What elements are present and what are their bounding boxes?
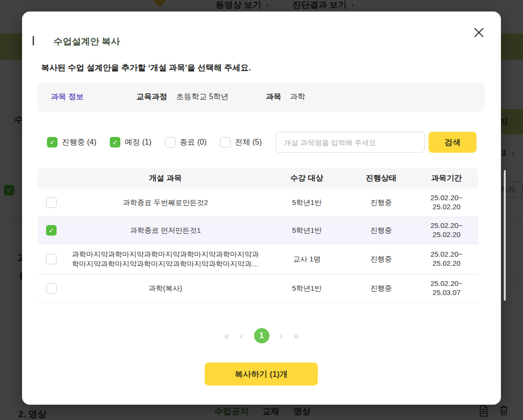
last-page-button[interactable]: »: [293, 331, 299, 341]
checkbox-checked[interactable]: ✓: [47, 137, 58, 148]
curriculum-value: 초등학교 5학년: [176, 92, 228, 102]
row-checkbox-unchecked[interactable]: [46, 283, 57, 294]
status-filter-row: ✓ 진행중 (4) ✓ 예정 (1) 종료 (0) 전체 (5): [47, 132, 275, 153]
course-name: 과학종료 두번째로만든것2: [65, 198, 266, 207]
close-icon: [474, 27, 484, 38]
course-name: 과학마지막과학마지막과학마지막과학마지막과학마지막과학마지막과학마지막과학마지막…: [65, 250, 266, 269]
checkbox-unchecked[interactable]: [220, 137, 231, 148]
course-period: 25.02.20~ 25.02.20: [415, 221, 478, 239]
curriculum-label: 교육과정: [136, 92, 167, 102]
course-status: 진행중: [348, 255, 415, 264]
filter-label: 예정 (1): [125, 137, 151, 148]
table-row[interactable]: 과학종료 두번째로만든것2 5학년1반 진행중 25.02.20~ 25.02.…: [38, 189, 478, 217]
subject-label: 과목: [266, 92, 281, 102]
filter-label: 전체 (5): [235, 137, 262, 148]
course-target: 5학년1반: [266, 198, 348, 207]
header-period: 과목기간: [415, 173, 478, 183]
course-status: 진행중: [348, 226, 415, 235]
filter-all[interactable]: 전체 (5): [220, 137, 262, 148]
checkbox-checked[interactable]: ✓: [110, 137, 120, 148]
instruction-text: 복사된 수업 설계안을 추가할 ‘개설 과목'을 선택해 주세요.: [41, 62, 251, 73]
filter-label: 진행중 (4): [62, 137, 96, 148]
header-status: 진행상태: [348, 173, 415, 183]
row-checkbox-checked[interactable]: ✓: [46, 225, 57, 236]
table-header: 개설 과목 수강 대상 진행상태 과목기간: [38, 168, 478, 189]
row-checkbox-unchecked[interactable]: [46, 197, 57, 208]
pagination: « ‹ 1 › »: [22, 328, 501, 343]
course-status: 진행중: [348, 198, 415, 207]
course-table: 개설 과목 수강 대상 진행상태 과목기간 과학종료 두번째로만든것2 5학년1…: [38, 168, 478, 303]
subject-info-box: 과목 정보 교육과정 초등학교 5학년 과목 과학: [38, 82, 485, 112]
course-status: 진행중: [348, 284, 415, 293]
title-accent-bar: [33, 36, 34, 45]
prev-page-button[interactable]: ‹: [240, 331, 244, 341]
course-period: 25.02.20~ 25.02.20: [415, 193, 478, 212]
current-page[interactable]: 1: [254, 328, 269, 343]
course-period: 25.02.20~ 25.03.07: [415, 279, 478, 297]
next-page-button[interactable]: ›: [280, 331, 283, 341]
subject-value: 과학: [290, 92, 305, 102]
filter-in-progress[interactable]: ✓ 진행중 (4): [47, 137, 96, 148]
first-page-button[interactable]: «: [224, 331, 230, 341]
modal-title: 수업설계안 복사: [54, 35, 120, 48]
header-target: 수강 대상: [266, 173, 348, 183]
header-course: 개설 과목: [65, 173, 266, 183]
close-button[interactable]: [470, 24, 488, 41]
course-name: 과학(복사): [65, 284, 266, 293]
subject-info-label: 과목 정보: [51, 92, 83, 102]
course-name: 과학종료 먼저만든것1: [65, 226, 266, 235]
row-checkbox-unchecked[interactable]: [46, 254, 57, 264]
table-row[interactable]: 과학마지막과학마지막과학마지막과학마지막과학마지막과학마지막과학마지막과학마지막…: [38, 244, 478, 274]
copy-lesson-plan-modal: 수업설계안 복사 복사된 수업 설계안을 추가할 ‘개설 과목'을 선택해 주세…: [22, 11, 501, 405]
course-period: 25.02.20~ 25.02.20: [415, 250, 478, 268]
course-target: 5학년1반: [266, 284, 348, 293]
checkbox-unchecked[interactable]: [165, 137, 175, 148]
table-row-selected[interactable]: ✓ 과학종료 먼저만든것1 5학년1반 진행중 25.02.20~ 25.02.…: [38, 217, 478, 244]
search-button[interactable]: 검색: [429, 132, 477, 153]
filter-ended[interactable]: 종료 (0): [165, 137, 207, 148]
table-scrollbar[interactable]: [504, 170, 506, 301]
search-input[interactable]: [276, 132, 425, 153]
table-row[interactable]: 과학(복사) 5학년1반 진행중 25.02.20~ 25.03.07: [38, 274, 478, 303]
course-target: 교사 1명: [266, 255, 348, 264]
copy-confirm-button[interactable]: 복사하기 (1)개: [205, 363, 318, 386]
filter-scheduled[interactable]: ✓ 예정 (1): [110, 137, 151, 148]
course-target: 5학년1반: [266, 226, 348, 235]
filter-label: 종료 (0): [180, 137, 207, 148]
